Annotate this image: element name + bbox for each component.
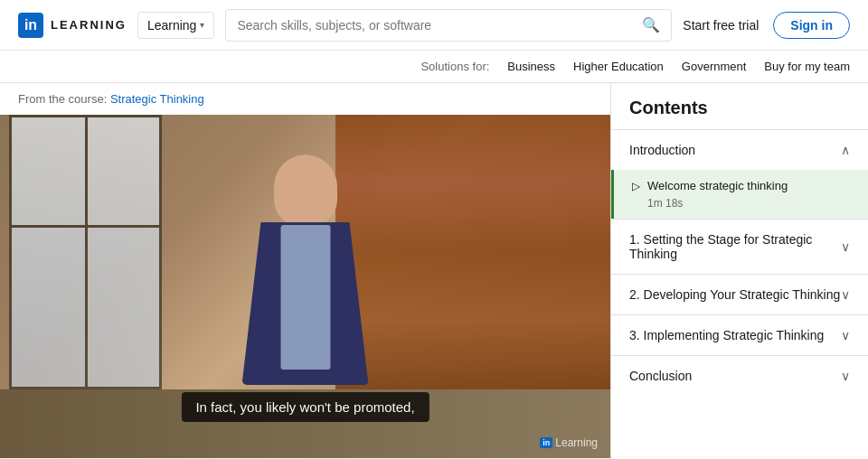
section-introduction: Introduction ∧ ▷ Welcome strategic think… [611,129,868,219]
chevron-down-icon: ∨ [841,328,850,342]
window-frame [9,115,162,389]
chevron-up-icon: ∧ [841,143,850,157]
main-header: in LEARNING Learning ▾ 🔍 Start free tria… [0,0,868,51]
video-duration: 1m 18s [647,197,850,210]
person-head [274,155,337,227]
section-setting-stage: 1. Setting the Stage for Strategic Think… [611,219,868,274]
government-link[interactable]: Government [682,60,747,73]
business-link[interactable]: Business [507,60,555,73]
logo-text: LEARNING [51,18,127,32]
section-implementing: 3. Implementing Strategic Thinking ∨ [611,314,868,355]
contents-title: Contents [611,83,868,129]
video-info: Welcome strategic thinking 1m 18s [647,179,850,210]
search-icon[interactable]: 🔍 [642,16,660,33]
sub-header: Solutions for: Business Higher Education… [0,51,868,83]
main-content: From the course: Strategic Thinking [0,83,868,459]
person-figure [224,155,387,389]
linkedin-logo[interactable]: in [18,13,43,38]
chevron-down-icon: ∨ [841,287,850,302]
section-setting-stage-header[interactable]: 1. Setting the Stage for Strategic Think… [611,220,868,274]
sign-in-button[interactable]: Sign in [773,12,850,39]
learning-dropdown[interactable]: Learning ▾ [137,12,215,39]
search-input[interactable] [237,18,642,33]
chevron-down-icon: ∨ [841,369,850,383]
subtitle-bar: In fact, you likely won't be promoted, [181,392,429,422]
solutions-label: Solutions for: [420,60,489,73]
video-container[interactable]: In fact, you likely won't be promoted, i… [0,115,610,458]
buy-for-team-link[interactable]: Buy for my team [764,60,850,73]
video-panel: From the course: Strategic Thinking [0,83,610,459]
higher-education-link[interactable]: Higher Education [573,60,664,73]
li-watermark-icon: in [540,437,552,448]
chevron-down-icon: ∨ [841,239,850,254]
contents-sidebar: Contents Introduction ∧ ▷ Welcome strate… [610,83,868,459]
course-link[interactable]: Strategic Thinking [110,92,204,106]
breadcrumb: From the course: Strategic Thinking [0,83,610,115]
search-bar: 🔍 [225,9,672,42]
play-icon: ▷ [632,180,640,192]
start-free-trial-link[interactable]: Start free trial [683,18,759,33]
person-shirt [280,225,330,370]
section-conclusion-header[interactable]: Conclusion ∨ [611,356,868,396]
header-actions: Start free trial Sign in [683,12,850,39]
logo-area: in LEARNING [18,13,127,38]
section-implementing-header[interactable]: 3. Implementing Strategic Thinking ∨ [611,315,868,355]
video-title: Welcome strategic thinking [647,179,850,194]
section-conclusion: Conclusion ∨ [611,355,868,396]
linkedin-watermark: in Learning [540,436,598,449]
section-introduction-header[interactable]: Introduction ∧ [611,130,868,170]
section-developing: 2. Developing Your Strategic Thinking ∨ [611,274,868,314]
chevron-down-icon: ▾ [200,20,204,30]
section-developing-header[interactable]: 2. Developing Your Strategic Thinking ∨ [611,275,868,314]
section-introduction-content: ▷ Welcome strategic thinking 1m 18s [611,170,868,219]
video-item-welcome[interactable]: ▷ Welcome strategic thinking 1m 18s [611,170,868,219]
